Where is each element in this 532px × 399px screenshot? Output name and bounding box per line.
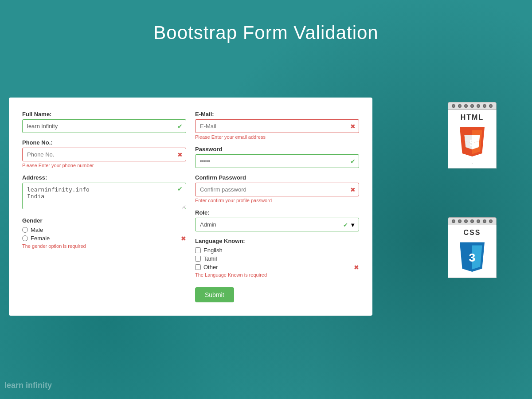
css3-logo: CSS 3	[448, 217, 497, 278]
email-input[interactable]	[195, 119, 359, 133]
language-tamil-option: Tamil	[195, 255, 359, 262]
address-group: Address: learninfinity.info India ✔	[22, 174, 186, 211]
password-input-wrapper: ✔	[195, 154, 359, 168]
svg-text:3: 3	[469, 251, 476, 264]
gender-invalid-icon: ✖	[181, 235, 186, 242]
fullname-input-wrapper: ✔	[22, 119, 186, 133]
language-invalid-icon: ✖	[354, 264, 359, 271]
role-label: Role:	[195, 209, 359, 216]
address-input[interactable]: learninfinity.info India	[22, 183, 186, 209]
form-card: Full Name: ✔ Phone No.: ✖ Please Enter y…	[9, 98, 372, 316]
language-other-option: Other ✖	[195, 264, 359, 270]
language-english-label: English	[203, 247, 223, 254]
html5-shield-svg: 5	[457, 123, 488, 159]
password-valid-icon: ✔	[350, 158, 356, 165]
phone-error: Please Enter your phone number	[22, 163, 186, 168]
phone-input-wrapper: ✖	[22, 148, 186, 161]
form-left-col: Full Name: ✔ Phone No.: ✖ Please Enter y…	[22, 111, 186, 302]
fullname-input[interactable]	[22, 119, 186, 133]
password-group: Password ✔	[195, 146, 359, 168]
submit-button[interactable]: Submit	[195, 287, 234, 302]
css3-spiral-2	[458, 219, 462, 223]
css3-notebook-top	[448, 217, 497, 225]
html5-body: HTML 5 .	[448, 110, 497, 168]
confirm-password-input[interactable]	[195, 183, 359, 196]
html5-title-text: HTML	[461, 113, 484, 121]
language-tamil-checkbox[interactable]	[195, 256, 201, 262]
address-label: Address:	[22, 174, 186, 181]
spiral-7	[489, 104, 493, 108]
gender-male-label: Male	[31, 227, 43, 233]
gender-female-option: Female ✖	[22, 235, 186, 242]
css3-body: CSS 3	[448, 225, 497, 278]
spiral-4	[470, 104, 474, 108]
fullname-group: Full Name: ✔	[22, 111, 186, 133]
html5-dot: .	[472, 160, 473, 164]
language-other-label: Other	[203, 264, 218, 270]
gender-error: The gender option is required	[22, 243, 186, 249]
gender-male-radio[interactable]	[22, 227, 28, 233]
spiral-3	[464, 104, 468, 108]
gender-female-label: Female	[31, 235, 50, 242]
watermark: learn infinity	[4, 381, 52, 390]
fullname-valid-icon: ✔	[177, 123, 183, 130]
language-tamil-label: Tamil	[203, 255, 217, 262]
spiral-5	[477, 104, 480, 108]
address-valid-icon: ✔	[177, 185, 183, 192]
email-label: E-Mail:	[195, 111, 359, 117]
email-group: E-Mail: ✖ Please Enter your email addres…	[195, 111, 359, 140]
role-select[interactable]: Admin User Moderator	[195, 218, 359, 231]
role-group: Role: Admin User Moderator ✔ ▼	[195, 209, 359, 231]
confirm-password-group: Confirm Password ✖ Enter confirm your pr…	[195, 174, 359, 203]
css3-shield-svg: 3	[457, 239, 488, 274]
confirm-password-label: Confirm Password	[195, 174, 359, 181]
css3-spiral-7	[489, 219, 493, 223]
gender-male-option: Male	[22, 227, 186, 233]
password-input[interactable]	[195, 154, 359, 168]
gender-label: Gender	[22, 217, 186, 224]
phone-group: Phone No.: ✖ Please Enter your phone num…	[22, 139, 186, 168]
spiral-2	[458, 104, 462, 108]
css3-title-text: CSS	[464, 229, 481, 237]
form-right-col: E-Mail: ✖ Please Enter your email addres…	[195, 111, 359, 302]
language-error: The Language Known is required	[195, 272, 359, 278]
css3-spiral-3	[464, 219, 468, 223]
css3-spiral-5	[477, 219, 480, 223]
gender-group: Gender Male Female ✖ The gender option i…	[22, 217, 186, 249]
spiral-6	[483, 104, 486, 108]
page-title: Bootstrap Form Validation	[0, 0, 532, 61]
css3-spiral-6	[483, 219, 486, 223]
phone-invalid-icon: ✖	[177, 151, 183, 158]
address-input-wrapper: learninfinity.info India ✔	[22, 183, 186, 211]
html5-logo: HTML 5 .	[448, 102, 497, 168]
confirm-password-hint: Enter confirm your profile password	[195, 198, 359, 203]
email-error: Please Enter your email address	[195, 134, 359, 140]
language-english-option: English	[195, 247, 359, 254]
confirm-password-invalid-icon: ✖	[350, 186, 356, 193]
language-label: Language Known:	[195, 238, 359, 244]
email-invalid-icon: ✖	[350, 123, 356, 130]
language-group: Language Known: English Tamil Other ✖ Th…	[195, 238, 359, 278]
role-select-wrapper: Admin User Moderator ✔ ▼	[195, 218, 359, 231]
css3-spiral-1	[452, 219, 455, 223]
svg-text:5: 5	[469, 137, 475, 149]
email-input-wrapper: ✖	[195, 119, 359, 133]
language-other-checkbox[interactable]	[195, 264, 201, 270]
language-english-checkbox[interactable]	[195, 247, 201, 253]
password-label: Password	[195, 146, 359, 153]
confirm-password-input-wrapper: ✖	[195, 183, 359, 196]
phone-label: Phone No.:	[22, 139, 186, 146]
html5-notebook-top	[448, 102, 497, 110]
spiral-1	[452, 104, 455, 108]
gender-female-radio[interactable]	[22, 235, 28, 241]
phone-input[interactable]	[22, 148, 186, 161]
fullname-label: Full Name:	[22, 111, 186, 117]
css3-spiral-4	[470, 219, 474, 223]
